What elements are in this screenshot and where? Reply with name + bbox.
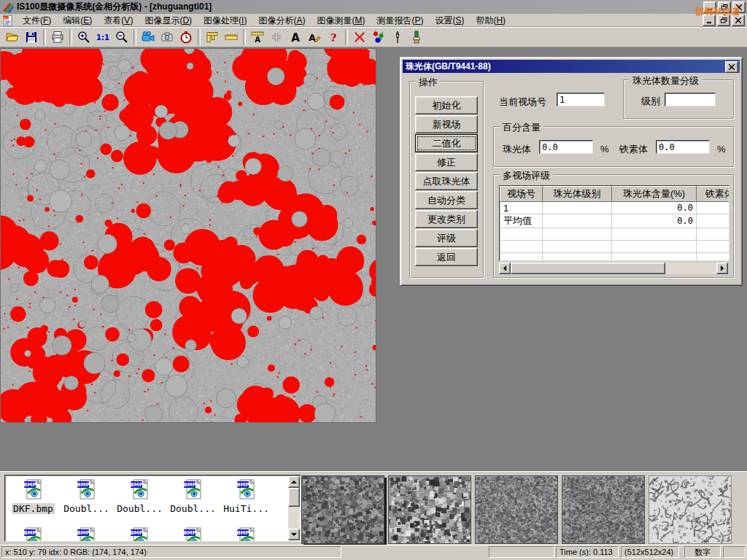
zoom-in-button[interactable] (74, 28, 93, 46)
title-bar: IS100显微摄像系统(金相分析版) - [zhuguangti01] (0, 0, 747, 14)
op-button-8[interactable]: 评级 (415, 229, 478, 247)
op-button-4[interactable]: 修正 (415, 153, 478, 171)
file-item-row2-4[interactable]: BMP (166, 526, 220, 542)
menu-6[interactable]: 图像分析(A) (252, 14, 311, 28)
thumbnail-1[interactable] (301, 475, 384, 544)
menu-5[interactable]: 图像处理(I) (198, 14, 252, 28)
thumbnail-5[interactable] (649, 475, 732, 544)
table-row[interactable]: 平均值0.0 (500, 214, 730, 228)
camera-icon (160, 30, 174, 44)
classify-points-button[interactable]: 123 (369, 28, 388, 46)
help-button[interactable]: ? (324, 28, 343, 46)
video-camera-button[interactable] (139, 28, 158, 46)
file-label[interactable]: HuiTi... (222, 503, 271, 514)
curve-tool-button[interactable] (350, 28, 369, 46)
thumbnail-3[interactable] (475, 475, 558, 544)
bmp-file-icon: BMP (182, 526, 204, 542)
pearlite-input[interactable] (539, 140, 593, 154)
menu-1[interactable]: 文件(F) (17, 14, 57, 28)
op-button-6[interactable]: 自动分类 (415, 191, 478, 209)
text-edit-button[interactable]: A (305, 28, 324, 46)
file-list-scrollbar[interactable] (288, 476, 300, 540)
svg-text:1: 1 (375, 30, 377, 34)
metallographic-image[interactable] (1, 49, 376, 422)
file-item-row2-5[interactable]: BMP (220, 526, 273, 542)
table-horizontal-scrollbar[interactable] (499, 262, 728, 274)
file-label[interactable]: Doubl... (62, 503, 111, 514)
file-scrollbar-thumb[interactable] (288, 488, 300, 507)
print-button[interactable] (48, 28, 67, 46)
scroll-right-button[interactable] (716, 262, 728, 274)
ruler-button[interactable] (222, 28, 241, 46)
thumbnail-4[interactable] (562, 475, 645, 544)
menu-2[interactable]: 编辑(E) (57, 14, 98, 28)
op-button-1[interactable]: 初始化 (415, 96, 478, 114)
toolbar-separator (345, 29, 348, 45)
dialog-close-button[interactable] (725, 61, 738, 73)
table-row[interactable]: 10.0 (500, 202, 730, 214)
file-item-5[interactable]: BMPHuiTi... (220, 478, 273, 524)
dialog-title-bar: 珠光体(GB/T9441-88) (403, 60, 740, 73)
multifield-table[interactable]: 视场号珠光体级别珠光体含量(%)铁素体含量(%)10.0平均值0.0 (500, 186, 729, 261)
file-item-3[interactable]: BMPDoubl... (113, 478, 166, 524)
timer-button[interactable] (177, 28, 196, 46)
menu-3[interactable]: 查看(V) (98, 14, 139, 28)
svg-text:A: A (255, 36, 260, 44)
menu-10[interactable]: 帮助(H) (470, 14, 511, 28)
ferrite-input[interactable] (656, 140, 710, 154)
operations-group: 操作 初始化新视场二值化修正点取珠光体自动分类更改类别评级返回 (409, 81, 484, 278)
empty-panel (489, 546, 554, 558)
grid-button[interactable] (267, 28, 286, 46)
svg-text:BMP: BMP (183, 530, 196, 536)
bmp-file-icon: BMP (76, 478, 98, 500)
svg-text:1:1: 1:1 (96, 34, 109, 42)
table-row[interactable] (500, 228, 730, 241)
file-item-2[interactable]: BMPDoubl... (60, 478, 113, 524)
scroll-down-button[interactable] (288, 529, 300, 540)
brush-button[interactable] (407, 28, 426, 46)
file-item-row2-3[interactable]: BMP (113, 526, 166, 542)
scroll-up-button[interactable] (288, 476, 300, 488)
op-button-3[interactable]: 二值化 (415, 134, 478, 152)
file-label[interactable]: DKF.bmp (12, 503, 55, 514)
camera-button[interactable] (158, 28, 177, 46)
open-button[interactable] (3, 28, 22, 46)
menu-8[interactable]: 测量报告(P) (371, 14, 429, 28)
caliper-button[interactable] (203, 28, 222, 46)
table-header: 珠光体级别 (543, 187, 612, 202)
window-title: IS100显微摄像系统(金相分析版) - [zhuguangti01] (17, 1, 212, 13)
menu-7[interactable]: 图像测量(M) (311, 14, 371, 28)
table-row[interactable] (500, 253, 730, 262)
scroll-left-button[interactable] (499, 262, 511, 274)
op-button-5[interactable]: 点取珠光体 (415, 172, 478, 190)
current-field-input[interactable] (557, 93, 605, 106)
text-edit-icon: A (307, 30, 322, 44)
op-button-9[interactable]: 返回 (415, 248, 478, 266)
grade-input[interactable] (665, 93, 716, 106)
text-button[interactable]: A (286, 28, 305, 46)
op-button-7[interactable]: 更改类别 (415, 210, 478, 228)
file-item-4[interactable]: BMPDoubl... (166, 478, 220, 524)
pen-button[interactable] (388, 28, 407, 46)
menu-4[interactable]: 图像显示(D) (139, 14, 198, 28)
document-icon[interactable]: DOC (2, 15, 14, 26)
save-button[interactable] (22, 28, 41, 46)
caliper-icon (205, 30, 220, 44)
zoom-out-button[interactable] (112, 28, 131, 46)
measure-text-button[interactable]: A (248, 28, 267, 46)
file-list[interactable]: BMPDKF.bmpBMPDoubl...BMPDoubl...BMPDoubl… (4, 475, 301, 542)
file-label[interactable]: Doubl... (115, 503, 164, 514)
file-label[interactable]: Doubl... (169, 503, 217, 514)
file-item-1[interactable]: BMPDKF.bmp (7, 478, 60, 524)
thumbnail-2[interactable] (388, 475, 471, 544)
table-row[interactable] (500, 241, 730, 253)
scrollbar-thumb[interactable] (511, 262, 665, 274)
file-item-row2-1[interactable]: BMP (7, 526, 60, 542)
svg-text:3: 3 (380, 37, 382, 41)
table-header: 珠光体含量(%) (612, 187, 697, 202)
file-item-row2-2[interactable]: BMP (60, 526, 113, 542)
menu-9[interactable]: 设置(S) (429, 14, 470, 28)
op-button-2[interactable]: 新视场 (415, 115, 478, 133)
svg-text:BMP: BMP (23, 482, 36, 488)
actual-size-button[interactable]: 1:1 (93, 28, 112, 46)
